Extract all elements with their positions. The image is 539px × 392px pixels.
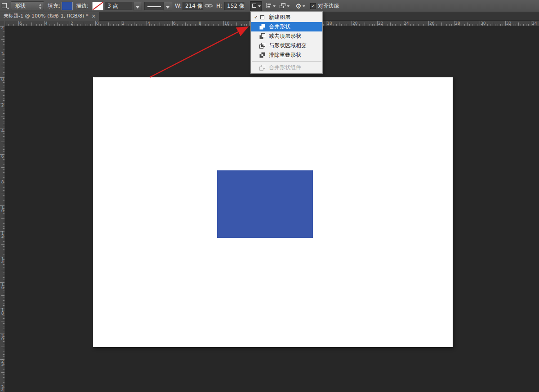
menu-item-combine-shapes[interactable]: 合并形状 xyxy=(251,22,322,31)
fill-swatch[interactable] xyxy=(62,2,73,10)
ruler-tick xyxy=(3,213,4,214)
ruler-tick xyxy=(3,239,4,239)
stroke-width-dropdown-button[interactable] xyxy=(133,2,142,10)
path-arrangement-button[interactable] xyxy=(278,1,290,11)
ruler-tick xyxy=(80,24,80,26)
ruler-tick xyxy=(467,22,468,26)
ruler-tick xyxy=(39,24,40,26)
ruler-corner[interactable] xyxy=(0,21,5,26)
ruler-tick xyxy=(3,377,4,378)
ruler-tick xyxy=(23,24,24,26)
menu-item-intersect-shape-areas[interactable]: 与形状区域相交 xyxy=(251,41,322,50)
tool-preset-picker[interactable] xyxy=(1,2,9,10)
ruler-tick xyxy=(3,316,4,316)
ruler-tick xyxy=(1,65,4,65)
menu-item-merge-shape-components: 合并形状组件 xyxy=(251,63,322,72)
ruler-tick xyxy=(75,24,75,26)
height-input[interactable]: 152 像 xyxy=(224,2,245,10)
ruler-tick xyxy=(449,24,450,26)
ruler-tick xyxy=(3,31,4,31)
ruler-tick xyxy=(134,22,134,26)
ruler-tick xyxy=(100,24,101,26)
ruler-tick xyxy=(70,21,70,26)
ruler-tick xyxy=(218,24,219,26)
ruler-tick xyxy=(377,21,378,26)
document-canvas[interactable] xyxy=(93,77,453,347)
ruler-tick xyxy=(246,24,247,26)
ruler-tick xyxy=(3,62,4,62)
width-input[interactable]: 214 像 xyxy=(183,2,203,10)
ruler-tick xyxy=(3,336,4,337)
link-dimensions-button[interactable] xyxy=(204,1,214,11)
ruler-tick xyxy=(131,24,132,26)
ruler-tick xyxy=(3,264,4,265)
ruler-tick xyxy=(3,85,4,85)
stroke-swatch[interactable] xyxy=(92,2,103,10)
ruler-tick xyxy=(323,24,324,26)
ruler-tick xyxy=(3,277,4,278)
ruler-tick xyxy=(244,24,245,26)
menu-item-new-layer[interactable]: ✓新建图层 xyxy=(251,13,322,22)
ruler-tick xyxy=(54,24,55,26)
ruler-tick xyxy=(3,344,4,344)
chevron-down-icon xyxy=(287,5,290,7)
ruler-tick xyxy=(490,24,490,26)
ruler-tick xyxy=(439,24,439,26)
ruler-tick xyxy=(3,187,4,188)
align-icon xyxy=(266,2,272,10)
stroke-width-field[interactable]: 3 点 xyxy=(105,2,133,10)
ruler-tick xyxy=(3,234,4,234)
stroke-style-dropdown-button[interactable] xyxy=(163,2,172,10)
menu-item-exclude-overlapping-shapes[interactable]: 排除重叠形状 xyxy=(251,50,322,60)
stroke-style-preview[interactable] xyxy=(144,2,163,10)
vertical-ruler[interactable]: 42024681012141618202224 xyxy=(0,26,5,392)
shape-rect[interactable] xyxy=(217,170,313,238)
path-operations-button[interactable] xyxy=(250,1,262,11)
ruler-tick xyxy=(3,98,4,98)
ruler-tick xyxy=(98,24,98,26)
document-tab[interactable]: 未标题-1 @ 100% (矩形 1, RGB/8) * × xyxy=(0,12,99,21)
ruler-tick xyxy=(90,24,91,26)
ruler-tick xyxy=(113,24,114,26)
ruler-tick xyxy=(18,21,19,26)
ruler-tick xyxy=(3,313,4,313)
ruler-tick xyxy=(3,228,4,229)
ruler-tick xyxy=(116,24,116,26)
ruler-tick xyxy=(3,364,4,365)
ruler-tick xyxy=(3,36,4,37)
chevron-down-icon xyxy=(7,8,9,9)
ruler-tick xyxy=(3,111,4,111)
ruler-tick xyxy=(436,24,437,26)
ruler-tick xyxy=(329,24,329,26)
ruler-tick xyxy=(482,24,483,26)
path-alignment-button[interactable] xyxy=(264,1,276,11)
ruler-tick xyxy=(241,24,242,26)
ruler-tick xyxy=(103,24,103,26)
tool-mode-select[interactable]: 形状 xyxy=(11,1,44,10)
ruler-tick xyxy=(85,24,85,26)
ruler-tick xyxy=(3,287,4,288)
ruler-tick xyxy=(534,24,534,26)
ruler-tick xyxy=(172,21,173,26)
ruler-tick xyxy=(3,208,4,209)
ruler-tick xyxy=(121,21,121,26)
rectangle-tool-icon xyxy=(2,3,7,8)
ruler-tick xyxy=(3,136,4,137)
ruler-tick xyxy=(3,113,4,114)
ruler-tick xyxy=(3,349,4,349)
ruler-number: 16 xyxy=(0,283,4,290)
ruler-tick xyxy=(3,329,4,329)
ruler-tick xyxy=(175,24,175,26)
geometry-options-button[interactable]: ⚙ xyxy=(293,1,308,11)
ruler-tick xyxy=(365,22,365,26)
ruler-tick xyxy=(395,24,396,26)
spinner-arrows-icon xyxy=(39,4,42,12)
align-edges-checkbox[interactable]: ✓ xyxy=(310,3,316,9)
menu-item-subtract-front-shape[interactable]: 减去顶层形状 xyxy=(251,31,322,41)
ruler-tick xyxy=(3,362,4,362)
ruler-tick xyxy=(221,24,221,26)
ruler-tick xyxy=(413,24,414,26)
close-icon[interactable]: × xyxy=(91,12,96,20)
ruler-tick xyxy=(1,193,4,193)
ruler-tick xyxy=(3,285,4,285)
